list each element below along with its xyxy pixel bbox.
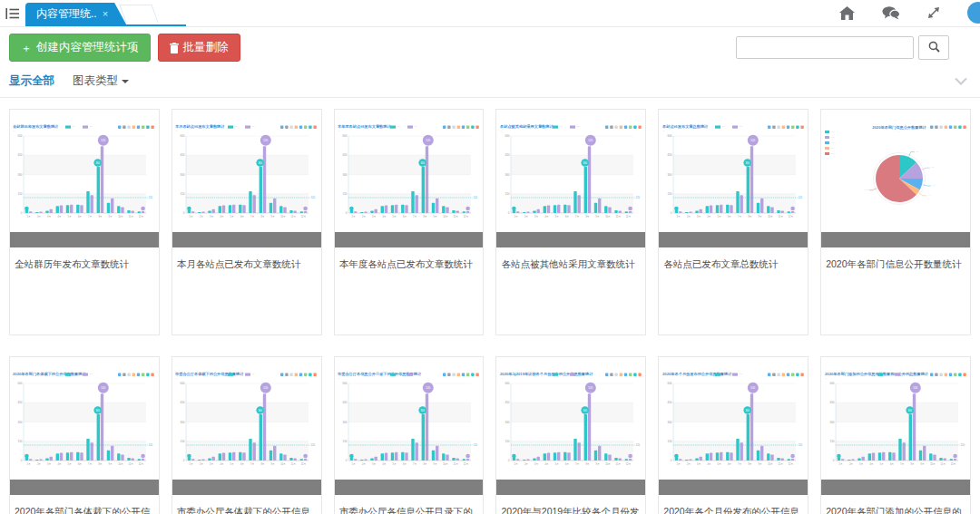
stat-card[interactable]: 本月各站点已发布文章数统计·········01503004506001月2月3… — [172, 109, 322, 335]
sidebar-toggle-icon[interactable] — [0, 0, 25, 26]
stat-card[interactable]: 2020年各部门各体裁下的公开信息数量统计·········0150300450… — [9, 356, 160, 514]
svg-text:360: 360 — [259, 408, 263, 412]
svg-text:6月: 6月 — [565, 214, 569, 218]
batch-delete-button[interactable]: 批量删除 — [158, 34, 240, 62]
svg-text:11月: 11月 — [615, 214, 621, 218]
tab-content-stats[interactable]: 内容管理统..× — [25, 3, 126, 24]
svg-text:10月: 10月 — [119, 214, 124, 218]
svg-text:3月: 3月 — [372, 461, 376, 465]
stat-card[interactable]: 2020年与2019年比较各个月份发布的公开信息数量统计·········015… — [495, 356, 646, 514]
svg-text:300: 300 — [18, 420, 23, 423]
stat-card[interactable]: 各站点被其他站采用文章数统计·········01503004506001月2月… — [495, 109, 646, 335]
chart-thumbnail: 2020年与2019年比较各个月份发布的公开信息数量统计·········015… — [496, 357, 645, 480]
tab-label: 内容管理统.. — [36, 7, 97, 20]
svg-text:7月: 7月 — [88, 214, 92, 218]
svg-text:120: 120 — [798, 196, 802, 199]
svg-text:···: ··· — [901, 373, 904, 376]
card-title: 2020年各个月份发布的公开信息数量统计 — [659, 495, 808, 514]
svg-text:····: ···· — [830, 141, 834, 144]
card-title: 各站点已发布文章总数统计 — [659, 247, 808, 280]
tab-close-icon[interactable]: × — [103, 8, 108, 19]
svg-text:2月: 2月 — [362, 461, 366, 465]
svg-text:···: ··· — [739, 373, 741, 376]
svg-text:···: ··· — [90, 373, 93, 376]
svg-text:2月: 2月 — [524, 214, 528, 218]
svg-text:6月: 6月 — [403, 214, 407, 218]
svg-text:8月: 8月 — [261, 461, 265, 465]
svg-text:4月: 4月 — [382, 461, 386, 465]
svg-text:1月: 1月 — [352, 461, 356, 465]
svg-text:8月: 8月 — [585, 461, 589, 465]
svg-text:11月: 11月 — [291, 214, 297, 218]
svg-text:···: ··· — [13, 377, 15, 380]
svg-text:520: 520 — [264, 139, 269, 142]
chart-thumbnail: 2020年各部门信息公开数量统计························… — [821, 110, 970, 232]
svg-text:3月: 3月 — [534, 461, 538, 465]
svg-text:450: 450 — [505, 401, 509, 404]
svg-text:8月: 8月 — [423, 214, 426, 218]
stat-card[interactable]: 2020年各部门添加的公开信息的总数量和已公开的总数量统计·········01… — [820, 356, 971, 514]
svg-text:3月: 3月 — [697, 214, 701, 218]
home-icon[interactable] — [839, 6, 855, 20]
expand-icon[interactable] — [927, 6, 940, 19]
stat-card[interactable]: 各站点已发布文章总数统计·········01503004506001月2月3月… — [658, 109, 808, 335]
svg-text:7月: 7月 — [88, 461, 92, 465]
stat-card[interactable]: 市委办公厅各信息公开目录下的公开信息数量统计·········015030045… — [334, 356, 485, 514]
svg-text:9月: 9月 — [434, 214, 437, 218]
svg-text:···: ··· — [825, 377, 828, 380]
svg-text:···: ··· — [576, 125, 579, 129]
svg-text:9月: 9月 — [758, 461, 761, 465]
stat-card[interactable]: 市委办公厅各体裁下的公开信息数量统计·········0150300450600… — [172, 356, 322, 514]
svg-text:120: 120 — [311, 443, 316, 447]
svg-text:···: ··· — [175, 377, 178, 380]
svg-text:···: ··· — [576, 373, 579, 376]
svg-text:600: 600 — [667, 134, 671, 138]
svg-text:520: 520 — [264, 386, 269, 390]
svg-text:120: 120 — [960, 443, 965, 447]
svg-text:···: ··· — [73, 125, 75, 129]
stat-card[interactable]: 2020年各部门信息公开数量统计························… — [820, 109, 971, 335]
svg-text:9月: 9月 — [109, 461, 113, 465]
card-title: 本月各站点已发布文章数统计 — [172, 247, 321, 280]
svg-text:9月: 9月 — [595, 461, 599, 465]
trash-icon — [170, 43, 179, 53]
svg-text:···: ··· — [252, 125, 255, 129]
svg-text:····: ···· — [830, 135, 834, 139]
svg-text:300: 300 — [667, 420, 671, 423]
svg-text:520: 520 — [102, 139, 106, 142]
svg-text:8月: 8月 — [585, 214, 589, 218]
svg-text:120: 120 — [474, 196, 478, 199]
svg-text:300: 300 — [343, 420, 348, 423]
show-all-link[interactable]: 显示全部 — [9, 73, 54, 89]
chart-type-dropdown[interactable]: 图表类型 — [73, 73, 129, 89]
search-button[interactable] — [918, 35, 949, 60]
stat-card[interactable]: 全站群历年发布文章数统计·········01503004506001月2月3月… — [9, 109, 160, 335]
svg-text:11月: 11月 — [129, 461, 134, 465]
svg-text:5月: 5月 — [393, 214, 397, 218]
chart-thumbnail: 本年度各站点已发布文章数统计·········01503004506001月2月… — [335, 110, 484, 232]
search-input[interactable] — [736, 36, 914, 59]
svg-text:6月: 6月 — [240, 214, 244, 218]
svg-text:9月: 9月 — [271, 214, 275, 218]
svg-text:···: ··· — [397, 373, 400, 376]
chevron-down-icon[interactable] — [955, 77, 967, 85]
avatar[interactable] — [967, 2, 980, 24]
svg-text:12月: 12月 — [788, 214, 793, 218]
svg-text:3月: 3月 — [372, 214, 376, 218]
svg-text:7月: 7月 — [250, 461, 254, 465]
svg-text:····: ···· — [830, 151, 834, 155]
svg-text:7月: 7月 — [575, 214, 579, 218]
filter-bar: 显示全部 图表类型 — [0, 68, 980, 98]
stat-card[interactable]: 本年度各站点已发布文章数统计·········01503004506001月2月… — [334, 109, 485, 335]
comments-icon[interactable] — [882, 6, 900, 20]
topbar: 内容管理统..× — [0, 0, 980, 27]
svg-text:7月: 7月 — [900, 461, 904, 465]
create-button[interactable]: ＋ 创建内容管理统计项 — [9, 34, 151, 62]
svg-text:2月: 2月 — [687, 461, 691, 465]
svg-text:11月: 11月 — [454, 214, 459, 218]
svg-text:2月: 2月 — [200, 214, 203, 218]
svg-text:600: 600 — [343, 382, 348, 385]
svg-text:10月: 10月 — [768, 214, 773, 218]
svg-text:12月: 12月 — [626, 214, 632, 218]
stat-card[interactable]: 2020年各个月份发布的公开信息数量统计·········01503004506… — [658, 356, 808, 514]
